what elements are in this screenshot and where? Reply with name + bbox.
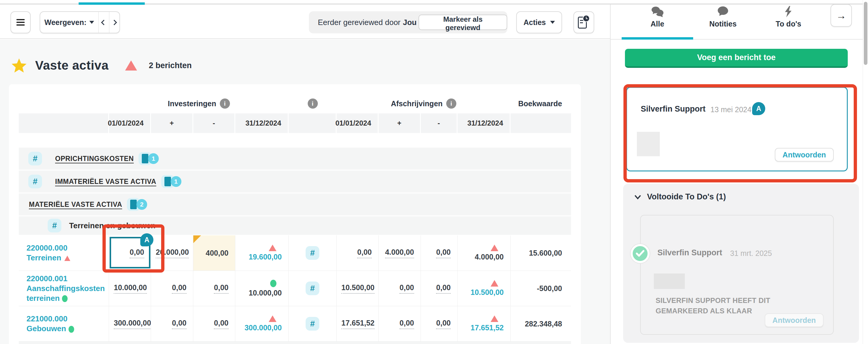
reply-button[interactable]: Antwoorden: [775, 148, 834, 162]
total-cell: 297.448,48: [510, 342, 571, 344]
add-message-button[interactable]: Voeg een bericht toe: [625, 49, 848, 68]
account-link[interactable]: 220000.000 Terreinen: [27, 243, 70, 263]
scrollbar-thumb[interactable]: [864, 2, 867, 65]
tab-label: Notities: [709, 20, 737, 28]
value-cell[interactable]: 20.000,00: [151, 235, 193, 271]
completed-todos-toggle[interactable]: Voltooide To Do's (1): [634, 192, 726, 202]
subcategory-row-terreinen-gebouwen: # Terreinen en gebouwen: [19, 216, 571, 235]
col-header-start: 01/01/2024: [109, 113, 151, 133]
total-cell: 28.151,52: [337, 342, 379, 344]
review-status-text: Eerder gereviewed door: [318, 18, 401, 27]
loading-progress-bar: [79, 2, 145, 5]
attachments-badge[interactable]: 1: [161, 174, 184, 189]
value-cell-annotated[interactable]: 0,00 A: [109, 235, 151, 271]
actions-label: Acties: [523, 18, 546, 27]
tab-notities[interactable]: Notities: [699, 6, 747, 28]
value-cell[interactable]: 10.000,00: [109, 271, 151, 306]
document-icon: [142, 154, 148, 163]
total-cell: 400,00: [193, 342, 235, 344]
attachments-badge[interactable]: 1: [138, 151, 161, 166]
message-date: 13 mei 2024: [710, 105, 751, 114]
menu-button[interactable]: [10, 11, 31, 33]
review-status-pill: Eerder gereviewed door Jou Markeer als g…: [309, 11, 507, 33]
tab-label: Alle: [651, 20, 664, 28]
reply-button-disabled[interactable]: Antwoorden: [765, 313, 824, 327]
hashtag-badge[interactable]: #: [306, 246, 319, 260]
value-cell[interactable]: 0,00: [379, 271, 421, 306]
value-cell[interactable]: 0,00: [421, 306, 458, 341]
value-cell[interactable]: 300.000,00: [109, 306, 151, 341]
completed-todos-section: Voltooide To Do's (1) Silverfin Support …: [623, 184, 859, 343]
category-link[interactable]: IMMATERIËLE VASTE ACTIVA: [55, 178, 156, 186]
total-cell: 329.600,00: [235, 342, 289, 344]
panel-scrollbar[interactable]: [863, 0, 868, 344]
col-header-minus: -: [421, 113, 458, 133]
todo-date: 31 mrt. 2025: [730, 249, 772, 258]
redacted-message-content: [637, 132, 660, 156]
value-cell[interactable]: 0,00: [151, 306, 193, 341]
info-icon[interactable]: i: [308, 99, 318, 109]
computed-cell: 300.000,00: [235, 306, 289, 341]
toolbar: Weergeven: Eerder gereviewed door Jou Ma…: [0, 5, 610, 39]
chevron-down-icon: [550, 21, 555, 24]
value-cell[interactable]: 0,00: [379, 306, 421, 341]
hashtag-badge[interactable]: #: [28, 152, 42, 166]
info-icon[interactable]: i: [220, 99, 230, 109]
page-title: Vaste activa: [35, 58, 109, 73]
value-cell[interactable]: 0,00: [337, 235, 379, 271]
value-cell-flagged[interactable]: 400,00: [193, 235, 235, 271]
message-card: Silverfin Support 13 mei 2024 A Antwoord…: [626, 87, 848, 171]
message-author: Silverfin Support: [641, 104, 706, 114]
value-cell[interactable]: 0,00: [421, 271, 458, 306]
attachments-badge[interactable]: 2: [127, 197, 150, 212]
account-link[interactable]: 221000.000 Gebouwen: [27, 314, 74, 334]
total-cell: 32.151,52: [458, 342, 510, 344]
chat-bubble-icon: [717, 6, 729, 17]
view-dropdown[interactable]: Weergeven:: [40, 12, 98, 33]
tab-alle[interactable]: Alle: [633, 6, 681, 28]
col-header-minus: -: [193, 113, 235, 133]
collapse-panel-button[interactable]: →: [831, 4, 852, 27]
tab-label: To do's: [776, 20, 801, 28]
tab-todos[interactable]: To do's: [765, 6, 812, 28]
account-link[interactable]: 220000.001 Aanschaffingskosten terreinen: [27, 274, 105, 303]
history-button[interactable]: [574, 11, 594, 33]
previous-button[interactable]: [98, 12, 109, 33]
document-icon: [130, 200, 137, 209]
value-cell[interactable]: 0,00: [151, 271, 193, 306]
actions-dropdown[interactable]: Acties: [516, 11, 562, 33]
value-cell[interactable]: 4.000,00: [379, 235, 421, 271]
next-button[interactable]: [109, 12, 119, 33]
alert-triangle-icon: [64, 255, 70, 261]
book-value-cell: 15.600,00: [510, 235, 571, 271]
mark-reviewed-button[interactable]: Markeer als gereviewd: [418, 14, 507, 30]
hashtag-badge[interactable]: #: [48, 219, 61, 232]
value-cell[interactable]: 17.651,52: [337, 306, 379, 341]
value-cell[interactable]: 0,00: [421, 235, 458, 271]
hashtag-badge[interactable]: #: [306, 281, 319, 295]
totals-row: 310.000,00 20.000,00 400,00 329.600,00 2…: [19, 342, 571, 344]
book-value-cell: 282.348,48: [510, 306, 571, 341]
hashtag-badge[interactable]: #: [306, 317, 319, 331]
value-cell[interactable]: 0,00: [193, 306, 235, 341]
redacted-todo-content: [654, 273, 685, 289]
value-cell[interactable]: 0,00: [193, 271, 235, 306]
col-header-end: 31/12/2024: [235, 113, 289, 133]
hashtag-badge[interactable]: #: [28, 175, 42, 188]
account-cell: 220000.001 Aanschaffingskosten terreinen: [19, 271, 109, 306]
favorite-star-icon[interactable]: [11, 58, 27, 73]
category-link[interactable]: MATERIËLE VASTE ACTIVA: [29, 201, 122, 209]
category-link[interactable]: OPRICHTINGSKOSTEN: [55, 155, 134, 163]
col-header-plus: +: [151, 113, 193, 133]
info-icon[interactable]: i: [446, 99, 456, 109]
account-cell: 221000.000 Gebouwen: [19, 306, 109, 341]
todo-author: Silverfin Support: [657, 248, 722, 257]
completed-todos-title: Voltooide To Do's (1): [647, 192, 726, 202]
chevron-right-icon: [112, 20, 117, 25]
table-row: 221000.000 Gebouwen 300.000,00 0,00 0,00…: [19, 306, 571, 342]
computed-cell: 19.600,00: [235, 235, 289, 271]
silverfin-app: Weergeven: Eerder gereviewed door Jou Ma…: [0, 0, 868, 344]
value-cell[interactable]: 10.500,00: [337, 271, 379, 306]
annotation-a-badge: A: [752, 102, 765, 115]
table-column-headers: 01/01/2024 + - 31/12/2024 01/01/2024 + -…: [19, 113, 571, 133]
